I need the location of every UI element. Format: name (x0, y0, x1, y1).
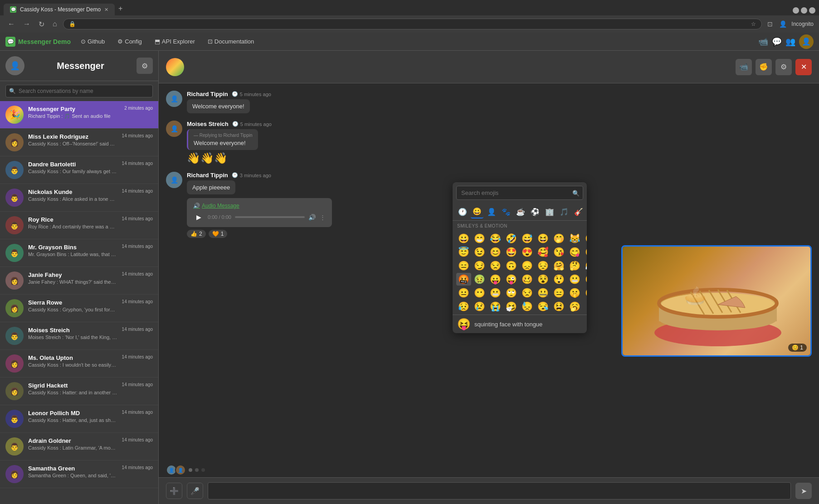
emoji-yawning[interactable]: 🥱 (567, 300, 582, 313)
emoji-grimacing[interactable]: 😬 (567, 273, 582, 286)
conversation-item[interactable]: 👩 Samantha Green Samantha Green : Queen,… (0, 460, 158, 488)
conversation-item[interactable]: 👨 Leonor Pollich MD Cassidy Koss : Hatte… (0, 405, 158, 433)
emoji-grinning-squint[interactable]: 😆 (536, 232, 551, 245)
conversation-item[interactable]: 👨 Adrain Goldner Cassidy Koss : Latin Gr… (0, 433, 158, 460)
reaction-thumbs-up[interactable]: 👍 2 (187, 230, 206, 238)
video-button[interactable]: 📹 (758, 37, 768, 47)
active-tab[interactable]: 💬 Cassidy Koss - Messenger Demo ✕ (4, 4, 115, 15)
send-button[interactable]: ➤ (795, 483, 812, 499)
emoji-joy[interactable]: 😂 (488, 232, 503, 245)
emoji-cry[interactable]: 😢 (472, 300, 487, 313)
emoji-sweat-smile[interactable]: 😅 (520, 232, 535, 245)
emoji-cat-animals[interactable]: 🐾 (500, 205, 512, 218)
emoji-joy-cat[interactable]: 😹 (567, 232, 582, 245)
audio-volume-button[interactable]: 🔊 (308, 214, 316, 221)
nav-github[interactable]: ⊙ Github (78, 36, 107, 47)
conversation-item[interactable]: 👨 Moises Streich Moises Streich : 'Nor I… (0, 322, 158, 350)
emoji-cat-activities[interactable]: ⚽ (529, 205, 541, 218)
emoji-wink[interactable]: 😉 (472, 246, 487, 258)
emoji-rage[interactable]: 🤬 (456, 273, 471, 286)
minimize-button[interactable] (793, 7, 799, 14)
close-window-button[interactable] (809, 7, 815, 14)
emoji-unamused[interactable]: 😒 (488, 259, 503, 272)
refresh-button[interactable]: ↻ (36, 19, 47, 29)
emoji-grinning[interactable]: 😀 (456, 232, 471, 245)
chat-text-input[interactable] (208, 482, 791, 499)
conversation-item[interactable]: 👩 Sierra Rowe Cassidy Koss : Gryphon, 'y… (0, 295, 158, 322)
emoji-steam-nose[interactable]: 😤 (583, 259, 587, 272)
video-call-button[interactable]: 📹 (736, 59, 752, 75)
reaction-heart[interactable]: 🧡 1 (209, 230, 228, 238)
audio-more-button[interactable]: ⋮ (320, 214, 326, 221)
emoji-unamused2[interactable]: 😒 (520, 286, 535, 299)
emoji-smiling-hearts[interactable]: 🥰 (536, 246, 551, 258)
conversation-item[interactable]: 🎉 Messenger Party Richard Tippin : 🎵 Sen… (0, 101, 158, 129)
emoji-sob[interactable]: 😭 (488, 300, 503, 313)
emoji-squinting-tongue[interactable]: 😜 (504, 273, 519, 286)
back-button[interactable]: ← (5, 19, 17, 29)
conversation-item[interactable]: 👩 Ms. Oleta Upton Cassidy Koss : I would… (0, 350, 158, 378)
emoji-downcast-sweat[interactable]: 😓 (520, 300, 535, 313)
nav-config[interactable]: ⚙ Config (115, 36, 145, 47)
conversation-item[interactable]: 👩 Janie Fahey Janie Fahey : WHAT things?… (0, 267, 158, 295)
tab-close-button[interactable]: ✕ (104, 7, 108, 13)
cast-button[interactable]: ⊡ (765, 19, 775, 29)
emoji-grid-face[interactable]: 🤫 (567, 286, 582, 299)
maximize-button[interactable] (801, 7, 807, 14)
emoji-zipper[interactable]: 🤐 (536, 286, 551, 299)
emoji-dizzy[interactable]: 😵 (536, 273, 551, 286)
emoji-kissing-heart[interactable]: 😘 (551, 246, 566, 258)
emoji-slight-smile[interactable]: 🙂 (583, 232, 587, 245)
audio-progress-bar[interactable] (235, 216, 305, 218)
emoji-smirk[interactable]: 😏 (472, 259, 487, 272)
emoji-face-neutral[interactable]: 😐 (456, 286, 471, 299)
emoji-cat-food[interactable]: ☕ (514, 205, 527, 218)
emoji-woozy[interactable]: 🥴 (520, 273, 535, 286)
emoji-cat-people[interactable]: 👤 (485, 205, 498, 218)
emoji-search-input[interactable] (456, 186, 583, 200)
emoji-cat-smileys[interactable]: 😀 (471, 205, 483, 218)
emoji-no-mouth2[interactable]: 😑 (551, 286, 566, 299)
settings-button[interactable]: ⚙ (775, 59, 792, 75)
conversation-item[interactable]: 👨 Dandre Bartoletti Cassidy Koss : Our f… (0, 156, 158, 184)
emoji-cat-music[interactable]: 🎵 (558, 205, 570, 218)
search-input[interactable] (5, 85, 153, 97)
wave-button[interactable]: ✊ (756, 59, 772, 75)
home-button[interactable]: ⌂ (50, 19, 59, 29)
emoji-shushing[interactable]: 🤭 (551, 232, 566, 245)
emoji-cat-travel[interactable]: 🏢 (543, 205, 556, 218)
emoji-upside-down[interactable]: 🙃 (504, 259, 519, 272)
conversation-item[interactable]: 👩 Miss Lexie Rodriguez Cassidy Koss : Of… (0, 129, 158, 156)
emoji-tired[interactable]: 😫 (551, 300, 566, 313)
emoji-mouth-less[interactable]: 😶 (472, 286, 487, 299)
nav-documentation[interactable]: ⊡ Documentation (205, 36, 257, 47)
emoji-expressionless[interactable]: 😑 (456, 259, 471, 272)
emoji-yum[interactable]: 😋 (567, 246, 582, 258)
conversation-item[interactable]: 👨 Mr. Grayson Bins Mr. Grayson Bins : La… (0, 239, 158, 267)
emoji-astonished[interactable]: 😲 (551, 273, 566, 286)
people-button[interactable]: 👥 (785, 37, 795, 47)
user-avatar[interactable]: 👤 (799, 34, 814, 49)
emoji-halo[interactable]: 😇 (456, 246, 471, 258)
bookmark-icon[interactable]: ☆ (751, 21, 756, 27)
emoji-thinking[interactable]: 🤔 (567, 259, 582, 272)
close-chat-button[interactable]: ✕ (795, 59, 812, 75)
image-reaction[interactable]: 😊 1 (788, 344, 807, 352)
emoji-stuck-out-tongue[interactable]: 😛 (488, 273, 503, 286)
nav-api-explorer[interactable]: ⬒ API Explorer (152, 36, 198, 47)
emoji-rofl[interactable]: 🤣 (504, 232, 519, 245)
emoji-roll-eyes[interactable]: 🙄 (504, 286, 519, 299)
emoji-cat-recent[interactable]: 🕐 (456, 205, 469, 218)
audio-play-button[interactable]: ▶ (193, 212, 204, 223)
conversation-item[interactable]: 👩 Sigrid Hackett Cassidy Koss : Hatter: … (0, 378, 158, 405)
emoji-cat-objects[interactable]: 🎸 (572, 205, 585, 218)
emoji-hugging[interactable]: 🤗 (551, 259, 566, 272)
conversation-item[interactable]: 👨 Nickolas Kunde Cassidy Koss : Alice as… (0, 184, 158, 212)
emoji-nauseated[interactable]: 🤢 (472, 273, 487, 286)
chat-button[interactable]: 💬 (772, 37, 782, 47)
url-input[interactable]: localhost:8000/messenger/942e4166-6467-4… (78, 21, 749, 27)
emoji-sad-relieved[interactable]: 😥 (456, 300, 471, 313)
emoji-blush[interactable]: 😊 (488, 246, 503, 258)
emoji-grimace2[interactable]: 😬 (488, 286, 503, 299)
sidebar-settings-button[interactable]: ⚙ (136, 58, 153, 74)
